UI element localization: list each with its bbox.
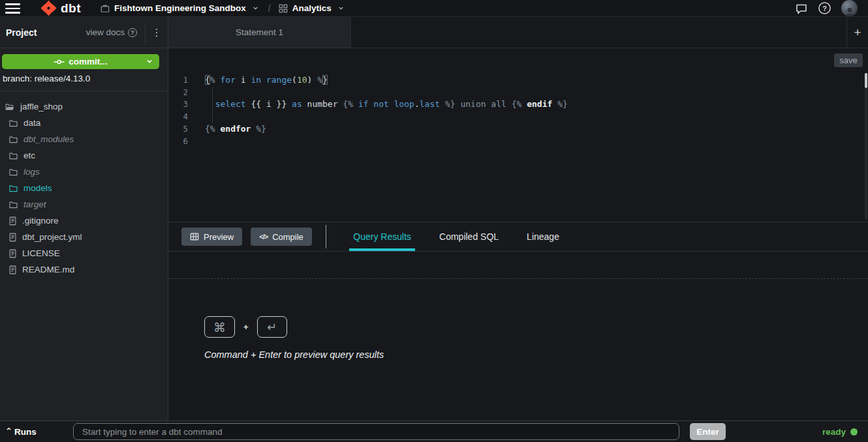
enter-button[interactable]: Enter <box>690 423 726 440</box>
compile-button[interactable]: </> Compile <box>251 228 312 246</box>
hamburger-menu-icon[interactable] <box>5 3 20 14</box>
plus-label: + <box>243 322 249 332</box>
tree-item-label: dbt_project.yml <box>22 232 82 242</box>
help-circle-icon: ? <box>128 28 137 37</box>
folder-icon <box>8 184 18 193</box>
tree-item--gitignore[interactable]: .gitignore <box>0 213 168 229</box>
folder-icon <box>8 135 18 144</box>
code-line-4: 4 <box>168 111 868 123</box>
code-line-6: 6 <box>168 136 868 148</box>
tree-item-label: .gitignore <box>22 216 59 226</box>
git-section: commit... branch: release/4.13.0 <box>0 48 168 91</box>
commit-button-label: commit... <box>69 57 107 66</box>
tree-item-license[interactable]: LICENSE <box>0 245 168 261</box>
view-docs-link[interactable]: view docs ? <box>86 27 145 37</box>
code-line-3: 3 select {{ i }} as number {% if not loo… <box>168 98 868 111</box>
tree-item-label: LICENSE <box>22 248 60 258</box>
branch-label: branch: release/4.13.0 <box>1 74 166 83</box>
tree-item-target[interactable]: target <box>0 196 168 213</box>
tab-statement-1[interactable]: Statement 1 <box>168 17 351 48</box>
kebab-menu-icon[interactable]: ⋮ <box>146 27 168 38</box>
preview-button-label: Preview <box>204 232 234 242</box>
tree-item-data[interactable]: data <box>0 115 168 131</box>
status-label: ready <box>822 427 846 437</box>
file-icon <box>8 233 17 242</box>
briefcase-icon <box>101 4 110 13</box>
runs-toggle[interactable]: ⌃ Runs <box>5 427 73 437</box>
tree-item-dbt-project-yml[interactable]: dbt_project.yml <box>0 229 168 245</box>
code-line-1: 1{% for i in range(10) %} <box>168 74 868 87</box>
tree-item-models[interactable]: models <box>0 180 168 196</box>
user-avatar[interactable] <box>841 0 858 16</box>
tree-item-dbt-modules[interactable]: dbt_modules <box>0 131 168 147</box>
code-editor[interactable]: 1{% for i in range(10) %}2 3 select {{ i… <box>168 72 868 222</box>
divider <box>326 225 327 248</box>
svg-text:?: ? <box>822 5 827 12</box>
dbt-logo-text: dbt <box>61 1 81 16</box>
code-text <box>193 87 210 99</box>
code-text <box>193 111 210 123</box>
code-text: select {{ i }} as number {% if not loop.… <box>193 98 568 111</box>
editor-toolbar: save <box>168 48 868 72</box>
new-tab-button[interactable]: + <box>846 17 868 48</box>
grid-icon <box>279 4 288 13</box>
help-icon[interactable]: ? <box>818 1 831 15</box>
tree-item-etc[interactable]: etc <box>0 147 168 164</box>
command-key-icon: ⌘ <box>204 316 235 338</box>
code-text: {% for i in range(10) %} <box>193 74 328 87</box>
code-line-2: 2 <box>168 87 868 99</box>
tree-item-jaffle-shop[interactable]: jaffle_shop <box>0 98 168 115</box>
line-number: 2 <box>168 87 193 99</box>
chevron-down-icon <box>252 5 259 12</box>
file-explorer-sidebar: Project view docs ? ⋮ commit... <box>0 17 168 420</box>
dbt-logo[interactable]: dbt <box>40 0 81 16</box>
results-tab-lineage[interactable]: Lineage <box>525 222 561 251</box>
save-button[interactable]: save <box>834 53 863 67</box>
results-panel: Preview </> Compile Query ResultsCompile… <box>168 222 868 420</box>
tree-item-logs[interactable]: logs <box>0 164 168 180</box>
dbt-logo-mark-icon <box>40 0 57 16</box>
dbt-command-input[interactable] <box>73 423 679 440</box>
chat-icon[interactable] <box>795 2 808 15</box>
folder-icon <box>8 168 18 177</box>
compile-button-label: Compile <box>272 232 303 242</box>
code-text <box>193 136 210 148</box>
dbt-ide-window: dbt Fishtown Engineering Sandbox / Analy… <box>0 0 868 442</box>
tree-item-label: data <box>23 118 40 128</box>
runs-label: Runs <box>14 427 37 437</box>
tree-item-label: logs <box>23 167 40 177</box>
enter-key-icon: ↵ <box>257 316 287 338</box>
results-tab-query-results[interactable]: Query Results <box>351 222 413 251</box>
project-switcher[interactable]: Analytics <box>279 3 345 13</box>
account-switcher[interactable]: Fishtown Engineering Sandbox <box>101 3 259 13</box>
results-toolbar: Preview </> Compile Query ResultsCompile… <box>168 222 868 252</box>
preview-button[interactable]: Preview <box>181 228 242 246</box>
divider <box>168 278 868 279</box>
line-number: 3 <box>168 98 193 111</box>
editor-scrollbar <box>865 73 867 220</box>
code-text: {% endfor %} <box>193 123 266 136</box>
chevron-down-icon <box>337 5 345 12</box>
results-tabs: Query ResultsCompiled SQLLineage <box>351 222 561 251</box>
results-tab-compiled-sql[interactable]: Compiled SQL <box>437 222 501 251</box>
code-editor-panel: save 1{% for i in range(10) %}2 3 select… <box>168 48 868 222</box>
top-nav: dbt Fishtown Engineering Sandbox / Analy… <box>0 0 868 17</box>
line-number: 1 <box>168 74 193 87</box>
tree-item-label: etc <box>23 151 35 160</box>
sidebar-header: Project view docs ? ⋮ <box>0 17 168 48</box>
folder-icon <box>8 200 18 209</box>
editor-scrollbar-thumb[interactable] <box>865 73 867 88</box>
line-number: 6 <box>168 136 193 148</box>
folder-icon <box>8 151 18 160</box>
chevron-up-icon: ⌃ <box>5 426 12 436</box>
file-icon <box>8 265 17 274</box>
tree-item-label: models <box>23 183 52 193</box>
table-grid-icon <box>190 232 199 241</box>
indent-guide <box>212 87 213 123</box>
code-line-5: 5{% endfor %} <box>168 123 868 136</box>
project-name: Analytics <box>292 3 332 13</box>
commit-button[interactable]: commit... <box>2 54 159 69</box>
line-number: 4 <box>168 111 193 123</box>
tree-item-readme-md[interactable]: README.md <box>0 261 168 278</box>
line-number: 5 <box>168 123 193 136</box>
